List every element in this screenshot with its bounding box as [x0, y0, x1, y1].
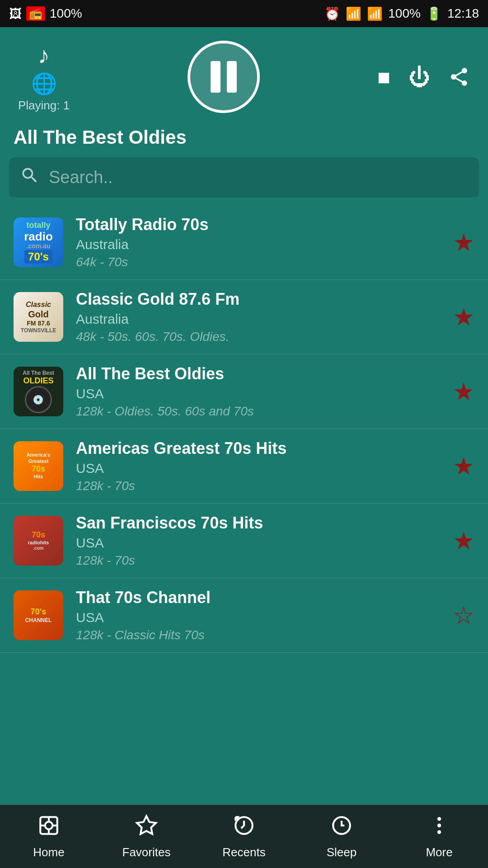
power-button[interactable]: ⏻: [408, 65, 430, 90]
station-name: All The Best Oldies: [76, 364, 446, 383]
station-info: San Franciscos 70s Hits USA 128k - 70s: [76, 514, 446, 568]
app-title: All The Best Oldies: [0, 122, 488, 157]
station-list: totally radio .com.au 70's Totally Radio…: [0, 205, 488, 802]
list-item[interactable]: totally radio .com.au 70's Totally Radio…: [0, 205, 488, 280]
favorite-button[interactable]: ★: [453, 228, 474, 257]
station-name: That 70s Channel: [76, 588, 446, 607]
station-name: San Franciscos 70s Hits: [76, 514, 446, 533]
svg-point-11: [437, 830, 441, 834]
favorite-button-outline[interactable]: ☆: [453, 601, 474, 630]
pause-icon: [211, 61, 237, 93]
station-country: Australia: [76, 311, 446, 327]
station-info: Classic Gold 87.6 Fm Australia 48k - 50s…: [76, 290, 446, 344]
station-name: Classic Gold 87.6 Fm: [76, 290, 446, 309]
favorite-button[interactable]: ★: [453, 452, 474, 481]
player-header: ♪ 🌐 Playing: 1 ■ ⏻: [0, 27, 488, 122]
controls-right: ■ ⏻: [377, 65, 470, 90]
svg-point-10: [437, 823, 441, 827]
list-item[interactable]: Classic Gold FM 87.6 TOWNSVILLE Classic …: [0, 280, 488, 354]
music-section: ♪ 🌐 Playing: 1: [18, 42, 70, 113]
nav-home[interactable]: Home: [0, 814, 98, 859]
pause-button[interactable]: [188, 41, 260, 113]
list-item[interactable]: America's Greatest 70s Hits Americas Gre…: [0, 429, 488, 504]
nav-sleep-label: Sleep: [327, 845, 357, 859]
status-right: ⏰ 📶 📶 100% 🔋 12:18: [324, 6, 479, 21]
signal-icon: 📶: [367, 6, 383, 21]
globe-button[interactable]: 🌐: [31, 71, 57, 96]
nav-recents[interactable]: Recents: [195, 814, 293, 859]
station-meta: 128k - 70s: [76, 553, 446, 568]
station-country: USA: [76, 386, 446, 401]
bottom-nav: Home Favorites Recents: [0, 805, 488, 868]
station-logo: 70's CHANNEL: [14, 590, 63, 640]
nav-favorites[interactable]: Favorites: [98, 814, 195, 859]
photo-icon: 🖼: [9, 6, 22, 21]
music-icon-button[interactable]: ♪: [38, 42, 50, 69]
list-item[interactable]: 70's CHANNEL That 70s Channel USA 128k -…: [0, 578, 488, 653]
search-bar[interactable]: [9, 157, 479, 198]
more-icon: [428, 814, 450, 842]
station-info: All The Best Oldies USA 128k - Oldies. 5…: [76, 364, 446, 419]
station-country: USA: [76, 535, 446, 551]
notification-count: 100%: [50, 6, 82, 21]
station-meta: 128k - 70s: [76, 479, 446, 493]
favorite-button[interactable]: ★: [453, 527, 474, 555]
svg-point-9: [437, 817, 441, 821]
station-meta: 128k - Oldies. 50s. 60s and 70s: [76, 404, 446, 419]
station-name: Americas Greatest 70s Hits: [76, 439, 446, 458]
station-logo: totally radio .com.au 70's: [14, 217, 63, 267]
station-country: Australia: [76, 237, 446, 252]
time-display: 12:18: [447, 6, 479, 21]
station-logo: America's Greatest 70s Hits: [14, 441, 63, 491]
search-input[interactable]: [49, 168, 468, 187]
station-info: That 70s Channel USA 128k - Classic Hits…: [76, 588, 446, 642]
recents-icon: [233, 814, 255, 842]
svg-point-1: [45, 821, 53, 829]
favorites-icon: [135, 814, 158, 842]
status-bar: 🖼 📻 100% ⏰ 📶 📶 100% 🔋 12:18: [0, 0, 488, 27]
station-logo: All The Best OLDIES 💿: [14, 367, 63, 416]
favorite-button[interactable]: ★: [453, 303, 474, 331]
nav-home-label: Home: [33, 845, 64, 859]
radio-icon: 📻: [26, 6, 45, 21]
station-country: USA: [76, 461, 446, 476]
status-left: 🖼 📻 100%: [9, 6, 82, 21]
favorite-button[interactable]: ★: [453, 377, 474, 406]
nav-more-label: More: [426, 845, 452, 859]
station-country: USA: [76, 610, 446, 625]
station-name: Totally Radio 70s: [76, 215, 446, 234]
home-icon: [38, 814, 60, 842]
station-meta: 48k - 50s. 60s. 70s. Oldies.: [76, 330, 446, 344]
station-info: Totally Radio 70s Australia 64k - 70s: [76, 215, 446, 269]
station-logo: 70s radiohits .com: [14, 516, 63, 566]
nav-recents-label: Recents: [222, 845, 265, 859]
station-info: Americas Greatest 70s Hits USA 128k - 70…: [76, 439, 446, 493]
sleep-icon: [330, 814, 353, 842]
playing-label: Playing: 1: [18, 99, 70, 113]
wifi-icon: 📶: [346, 6, 361, 21]
station-meta: 64k - 70s: [76, 255, 446, 269]
station-meta: 128k - Classic Hits 70s: [76, 628, 446, 642]
nav-sleep[interactable]: Sleep: [293, 814, 390, 859]
alarm-icon: ⏰: [324, 6, 340, 21]
battery-icon: 🔋: [426, 6, 442, 21]
svg-marker-6: [137, 816, 156, 834]
nav-more[interactable]: More: [390, 814, 488, 859]
list-item[interactable]: 70s radiohits .com San Franciscos 70s Hi…: [0, 504, 488, 578]
list-item[interactable]: All The Best OLDIES 💿 All The Best Oldie…: [0, 354, 488, 429]
stop-button[interactable]: ■: [377, 65, 390, 90]
nav-favorites-label: Favorites: [122, 845, 171, 859]
share-button[interactable]: [448, 66, 470, 88]
station-logo: Classic Gold FM 87.6 TOWNSVILLE: [14, 292, 63, 342]
battery-text: 100%: [388, 6, 421, 21]
search-icon: [20, 165, 40, 189]
